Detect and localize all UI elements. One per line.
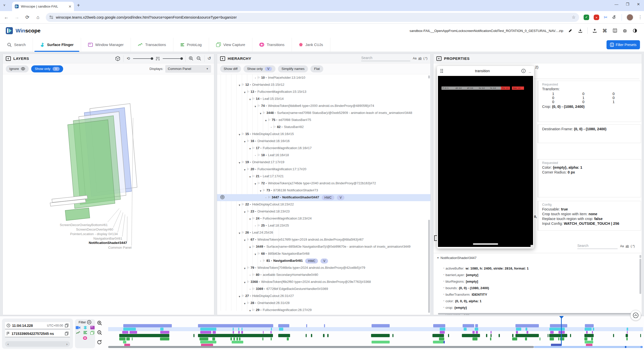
- view-capture-filter-icon[interactable]: [90, 331, 94, 335]
- nanosecond-time-value[interactable]: 1715339054227572545 ns: [12, 332, 54, 336]
- expand-arrow-icon[interactable]: ▼: [243, 279, 247, 285]
- expand-arrow-icon[interactable]: ▼: [253, 181, 257, 187]
- timeline-overview-gray[interactable]: [108, 346, 534, 348]
- show-diff-chip[interactable]: Show diff: [220, 65, 241, 72]
- hierarchy-row[interactable]: ▼⚐29 -FullscreenMagnification:26:27#29: [217, 307, 430, 314]
- next-entry-button[interactable]: ›: [66, 342, 67, 346]
- zoom-out-icon[interactable]: [196, 56, 201, 61]
- whole-word-toggle[interactable]: ab: [626, 244, 629, 248]
- timeline-zoom-in-icon[interactable]: [97, 321, 102, 326]
- expand-arrow-icon[interactable]: ▼: [248, 173, 252, 180]
- hierarchy-row[interactable]: ▼⚐20 -FullscreenMagnification:17:17#20: [217, 166, 430, 173]
- layer-label[interactable]: NavigationBar0#81: [93, 237, 122, 240]
- screen-recording-filter-icon[interactable]: [76, 326, 80, 329]
- property-tree-item[interactable]: •color:(0, 0, 0), alpha: 1: [442, 298, 642, 304]
- browser-menu-icon[interactable]: ⋮: [638, 15, 642, 20]
- regex-toggle[interactable]: (.*): [631, 244, 635, 248]
- pin-icon[interactable]: ⚐: [273, 124, 277, 130]
- hierarchy-row[interactable]: ▼⚐23 -OneHanded:18:23#23: [217, 208, 430, 215]
- expand-arrow-icon[interactable]: ▼: [237, 202, 242, 208]
- pin-icon[interactable]: ⚐: [242, 131, 245, 137]
- trace-tab-protolog[interactable]: ProtoLog: [173, 38, 209, 52]
- expand-arrow-icon[interactable]: ▼: [253, 103, 257, 109]
- hierarchy-row[interactable]: •⚐3369 -67726bf EdgeBackGestureHandler0#…: [217, 286, 430, 293]
- property-tree-item[interactable]: •bufferTransform:IDENTITY: [442, 291, 642, 298]
- reload-button[interactable]: ⟳: [23, 13, 32, 22]
- transition-screenshot-window[interactable]: transition _ P: 0 / 1dX: 0.0dY: 0.0Xv: 0…: [437, 66, 534, 248]
- back-button[interactable]: ←: [2, 13, 11, 22]
- trace-tab-transitions[interactable]: Transitions: [252, 38, 292, 52]
- properties-scrollbar[interactable]: [639, 259, 641, 294]
- trace-tab-surface-flinger[interactable]: Surface Flinger: [33, 38, 81, 52]
- extension-check-icon[interactable]: ✓: [584, 15, 589, 20]
- pin-icon[interactable]: ⚐: [242, 159, 245, 165]
- pin-icon[interactable]: ⚐: [252, 96, 256, 102]
- layer-label-selected[interactable]: NotificationShade#3447: [89, 241, 127, 245]
- rotation-slider[interactable]: [133, 58, 153, 59]
- expand-arrow-icon[interactable]: ▼: [248, 216, 252, 222]
- reset-view-icon[interactable]: ↺: [208, 56, 211, 61]
- panel-collapse-icon[interactable]: [436, 56, 441, 61]
- hierarchy-search-input[interactable]: Search: [361, 56, 410, 61]
- pin-icon[interactable]: ⚐: [252, 286, 256, 292]
- pin-icon[interactable]: ⚐: [257, 314, 261, 315]
- resize-handle[interactable]: [531, 245, 534, 248]
- expand-arrow-icon[interactable]: ▼: [243, 138, 247, 144]
- pin-icon[interactable]: ⚐: [257, 75, 261, 80]
- layer-label[interactable]: Common Panel: [108, 246, 132, 249]
- expand-arrow-icon[interactable]: ▼: [248, 244, 252, 250]
- timeline-cursor-handle[interactable]: [559, 316, 564, 319]
- filter-presets-button[interactable]: Filter Presets: [607, 40, 640, 49]
- hierarchy-row[interactable]: ▼⚐19 -OneHanded:17:17#19: [217, 159, 430, 166]
- hierarchy-row[interactable]: •⚐10 -ImePlaceholder:13:14#10: [217, 74, 430, 81]
- pin-icon[interactable]: ⚐: [252, 272, 256, 278]
- trace-tab-transactions[interactable]: Transactions: [131, 38, 173, 52]
- hierarchy-row[interactable]: ▼⚐74 -WindowToken{fdddbe6 type=2000 andr…: [217, 103, 430, 110]
- expand-arrow-icon[interactable]: ▼: [243, 89, 247, 95]
- expand-arrow-icon[interactable]: ▼: [248, 96, 252, 102]
- zoom-in-icon[interactable]: [189, 56, 193, 61]
- dark-mode-toggle-icon[interactable]: [632, 28, 638, 34]
- expand-arrow-icon[interactable]: ▼: [243, 209, 247, 215]
- hierarchy-row[interactable]: ▼⚐15 -HideDisplayCutout:16:16#15: [217, 131, 430, 138]
- expand-arrow-icon[interactable]: ▼: [259, 188, 263, 194]
- hierarchy-row[interactable]: •⚐81 -NavigationBar0#81HWCV: [217, 257, 430, 265]
- timeline-track[interactable]: [108, 316, 643, 350]
- hierarchy-row[interactable]: ▼⚐72 -WindowToken{a2746de type=2040 andr…: [217, 180, 430, 187]
- tab-close-icon[interactable]: ✕: [68, 5, 71, 9]
- hierarchy-row[interactable]: ▼⚐17 -FullscreenMagnification:16:16#17: [217, 145, 430, 152]
- bookmark-star-icon[interactable]: ☆: [572, 15, 576, 20]
- 3d-view-cube-icon[interactable]: [115, 56, 120, 61]
- flat-chip[interactable]: Flat: [310, 65, 323, 72]
- properties-search-input[interactable]: Search: [577, 244, 618, 249]
- expand-arrow-icon[interactable]: ▼: [243, 265, 247, 271]
- expand-arrow-icon[interactable]: ▼: [248, 307, 252, 313]
- expand-arrow-icon[interactable]: ▼: [243, 166, 247, 172]
- edit-file-icon[interactable]: [567, 28, 573, 34]
- pin-icon[interactable]: ⚐: [268, 117, 272, 123]
- report-bug-icon[interactable]: [622, 28, 628, 34]
- hierarchy-row[interactable]: ▼⚐3449 -Surface(name=885b63e NavigationB…: [217, 243, 430, 250]
- match-case-toggle[interactable]: Aa: [413, 57, 417, 60]
- timeline-overview-handle[interactable]: [640, 346, 643, 348]
- displays-select[interactable]: Common Panel ▼: [165, 65, 211, 73]
- hierarchy-row[interactable]: ▼⚐68 -885b63e NavigationBar0#68: [217, 250, 430, 257]
- hierarchy-row[interactable]: ▼⚐24 -FullscreenMagnification:18:23#24: [217, 215, 430, 222]
- trace-tab-view-capture[interactable]: View Capture: [209, 38, 253, 52]
- property-tree-item[interactable]: •activeBuffer:w: 1080, h: 2400, stride: …: [442, 265, 642, 272]
- show-only-chip[interactable]: Show only V: [31, 65, 63, 72]
- transitions-filter-icon[interactable]: [83, 336, 87, 340]
- panel-collapse-icon[interactable]: [6, 56, 11, 61]
- simplify-names-chip[interactable]: Simplify names: [278, 65, 308, 72]
- new-tab-button[interactable]: +: [77, 3, 80, 8]
- copy-icon[interactable]: [65, 332, 68, 335]
- pin-icon[interactable]: ⚐: [247, 279, 251, 285]
- forward-button[interactable]: →: [13, 13, 21, 22]
- window-restore-button[interactable]: ❐: [626, 2, 629, 7]
- pin-icon[interactable]: ⚐: [257, 223, 261, 228]
- prev-entry-button[interactable]: ‹: [8, 342, 9, 346]
- pin-icon[interactable]: ⚐: [247, 138, 251, 144]
- hierarchy-row[interactable]: •⚐30 -Leaf:26:27#30: [217, 314, 430, 315]
- trace-tab-search[interactable]: Search: [0, 38, 33, 52]
- spacing-slider[interactable]: [163, 58, 182, 59]
